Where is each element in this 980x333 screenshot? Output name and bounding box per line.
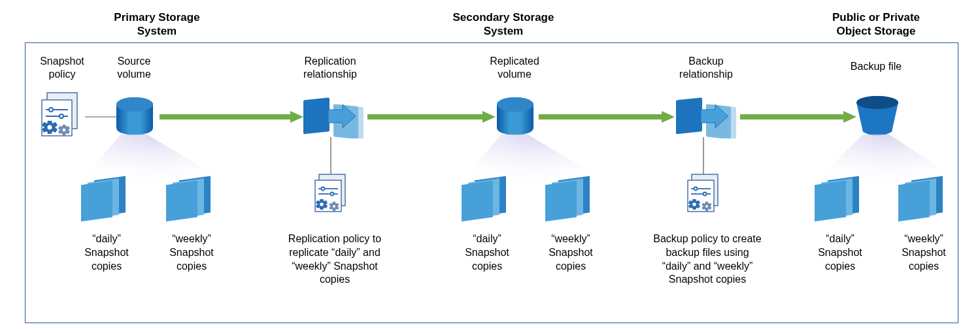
caption-daily: “daily” Snapshot copies xyxy=(71,232,143,273)
bucket-icon xyxy=(855,95,900,137)
svg-rect-40 xyxy=(539,114,662,119)
title-primary: Primary Storage System xyxy=(78,10,235,39)
svg-rect-33 xyxy=(367,114,482,119)
title-secondary: Secondary Storage System xyxy=(418,10,588,39)
label-backup-file: Backup file xyxy=(824,60,928,73)
svg-point-56 xyxy=(705,205,708,208)
title-object: Public or Private Object Storage xyxy=(801,10,951,39)
relationship-icon xyxy=(301,97,366,138)
svg-rect-64 xyxy=(81,180,112,221)
svg-point-9 xyxy=(63,129,66,132)
svg-rect-79 xyxy=(898,180,930,221)
folder-stack-icon xyxy=(77,172,136,222)
svg-point-55 xyxy=(692,202,696,206)
svg-point-8 xyxy=(48,125,52,130)
svg-rect-67 xyxy=(166,180,197,221)
svg-marker-41 xyxy=(662,111,675,123)
arrow-icon xyxy=(367,111,496,123)
svg-rect-73 xyxy=(545,180,577,221)
caption-weekly: “weekly” Snapshot copies xyxy=(156,232,228,273)
policy-icon xyxy=(39,91,85,140)
folder-stack-icon xyxy=(811,172,870,222)
label-replication-relationship: Replication relationship xyxy=(281,55,379,81)
caption-daily: “daily” Snapshot copies xyxy=(451,232,523,273)
cylinder-icon xyxy=(115,97,154,137)
label-snapshot-policy: Snapshot policy xyxy=(26,55,98,81)
svg-point-60 xyxy=(856,96,898,109)
folder-stack-icon xyxy=(162,172,221,222)
arrow-icon xyxy=(539,111,675,123)
connector-line xyxy=(702,137,705,176)
svg-rect-76 xyxy=(815,180,846,221)
caption-replication-policy: Replication policy to replicate “daily” … xyxy=(273,232,396,287)
svg-rect-16 xyxy=(160,114,290,119)
caption-weekly: “weekly” Snapshot copies xyxy=(888,232,960,273)
policy-icon xyxy=(685,173,724,216)
svg-rect-42 xyxy=(676,97,702,134)
caption-daily: “daily” Snapshot copies xyxy=(804,232,876,273)
label-source-volume: Source volume xyxy=(98,55,170,81)
label-backup-relationship: Backup relationship xyxy=(657,55,755,81)
svg-rect-57 xyxy=(740,114,843,119)
svg-marker-34 xyxy=(482,111,496,123)
folder-stack-icon xyxy=(894,172,953,222)
svg-marker-58 xyxy=(843,111,856,123)
svg-rect-70 xyxy=(462,180,493,221)
relationship-icon xyxy=(673,97,739,138)
folder-stack-icon xyxy=(541,172,600,222)
caption-backup-policy: Backup policy to create backup files usi… xyxy=(642,232,773,287)
svg-point-13 xyxy=(116,121,153,135)
policy-icon xyxy=(313,173,352,216)
label-replicated-volume: Replicated volume xyxy=(472,55,557,81)
arrow-icon xyxy=(160,111,303,123)
caption-weekly: “weekly” Snapshot copies xyxy=(535,232,607,273)
connector-line xyxy=(85,115,118,119)
arrow-icon xyxy=(740,111,856,123)
svg-rect-18 xyxy=(303,97,329,134)
svg-point-14 xyxy=(116,97,153,112)
svg-point-31 xyxy=(320,202,324,206)
svg-point-37 xyxy=(497,121,533,135)
svg-point-38 xyxy=(497,97,533,112)
connector-line xyxy=(329,137,332,176)
cylinder-icon xyxy=(496,97,535,137)
folder-stack-icon xyxy=(458,172,516,222)
svg-point-32 xyxy=(333,205,335,208)
